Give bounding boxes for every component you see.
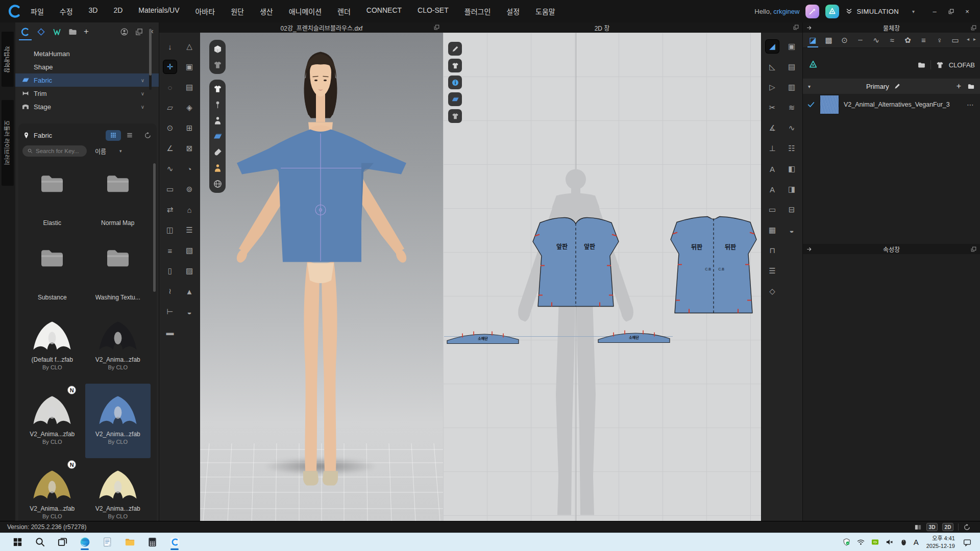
tool-sewing[interactable]: ∿ — [163, 162, 177, 176]
library-fabric-default[interactable]: (Default f...zfab By CLO — [19, 309, 85, 384]
tool-select-box[interactable]: ▱ — [163, 101, 177, 114]
show-base-2d-button[interactable] — [448, 109, 462, 123]
grid-view-button[interactable] — [106, 130, 121, 141]
volume-muted-icon[interactable] — [885, 538, 894, 546]
tab-trim[interactable]: ✿ — [900, 33, 916, 47]
tab-button[interactable]: ⊙ — [837, 33, 852, 47]
list-view-button[interactable] — [122, 130, 137, 141]
pattern-piece-front[interactable]: 앞판 앞판 — [533, 218, 619, 307]
tool-stack[interactable]: ☰ — [183, 223, 196, 237]
more-options-button[interactable]: ⋯ — [967, 101, 976, 109]
menu-render[interactable]: 렌더 — [337, 6, 351, 16]
taskbar-start-button[interactable] — [7, 534, 28, 550]
tool-board[interactable]: ⊞ — [183, 121, 196, 135]
simulation-toggle[interactable]: SIMULATION — [845, 8, 899, 15]
taskbar-edge-button[interactable] — [75, 534, 95, 550]
taskbar-search-button[interactable] — [30, 534, 50, 550]
tool-fold-arrangement[interactable]: ∠ — [163, 142, 177, 155]
wind-environment-button[interactable] — [211, 178, 224, 189]
collapse-chevron-icon[interactable]: ▾ — [808, 84, 811, 89]
tree-scrollbar[interactable] — [149, 29, 152, 76]
tool-sew-free[interactable]: ▣ — [785, 40, 798, 53]
tool-diamond[interactable]: ◇ — [766, 285, 779, 298]
username-link[interactable]: crkginew — [773, 8, 799, 15]
fabric-view-2d-button[interactable] — [448, 92, 462, 106]
connect-logo-icon[interactable] — [808, 60, 818, 70]
library-tab-clo[interactable] — [20, 27, 30, 37]
popout-window-icon[interactable] — [793, 24, 799, 31]
menu-plugin[interactable]: 플러그인 — [464, 6, 491, 16]
import-folder-icon[interactable] — [917, 61, 926, 69]
popout-window-icon[interactable] — [970, 24, 977, 31]
collapse-arrow-icon[interactable] — [806, 246, 813, 253]
library-tab-local-folder[interactable] — [68, 27, 78, 37]
new-folder-icon[interactable] — [967, 83, 975, 90]
clo-set-button[interactable] — [825, 5, 839, 18]
taskbar-clo-button[interactable] — [164, 534, 185, 550]
library-fabric-vegan-olive[interactable]: N V2_Anima...zfab By CLO — [19, 458, 85, 521]
tab-avatar[interactable]: ♀ — [932, 33, 947, 47]
menu-settings[interactable]: 설정 — [506, 6, 520, 16]
library-popout-button[interactable] — [135, 28, 143, 36]
pin-display-button[interactable] — [211, 99, 224, 110]
menu-file[interactable]: 파일 — [31, 6, 44, 16]
tool-cylinder[interactable]: ▯ — [163, 264, 177, 278]
taskbar-clock[interactable]: 오후 4:41 2025-12-19 — [926, 535, 955, 549]
tree-item-trim[interactable]: Trim ∨ — [15, 87, 159, 100]
tab-tape[interactable]: ▭ — [947, 33, 963, 47]
wifi-icon[interactable] — [856, 538, 865, 546]
rail-tab-modular-library[interactable]: 모듈러 라이브러리 — [2, 100, 14, 186]
tool-grain[interactable]: ◫ — [163, 223, 177, 237]
pattern-info-button[interactable] — [448, 76, 462, 89]
library-tab-w[interactable] — [52, 27, 62, 37]
chevron-down-icon[interactable]: ∨ — [141, 78, 144, 83]
tool-sew-segment[interactable]: ▤ — [785, 60, 798, 73]
split-view-icon[interactable] — [914, 523, 922, 531]
tool-measure[interactable]: ▭ — [163, 183, 177, 196]
search-input[interactable] — [36, 148, 82, 154]
tool-edit-pattern[interactable]: ◺ — [766, 60, 779, 73]
pattern-piece-cuff-left[interactable]: 소매단 — [447, 332, 519, 344]
show-avatar-button[interactable] — [211, 115, 224, 126]
tool-hatch-a[interactable]: ▧ — [183, 244, 196, 257]
minimize-button[interactable]: – — [927, 4, 942, 18]
clofab-label[interactable]: CLOFAB — [949, 61, 975, 69]
menu-production[interactable]: 생산 — [260, 6, 273, 16]
restore-button[interactable] — [943, 4, 959, 18]
tool-minus-box[interactable]: ⊟ — [785, 203, 798, 216]
chevron-down-icon[interactable]: ∨ — [141, 91, 144, 96]
show-3d-button[interactable]: 3D — [926, 523, 938, 531]
tab-puckering[interactable]: ≈ — [884, 33, 900, 47]
tool-select-move[interactable]: ✛ — [163, 60, 177, 73]
notification-center-icon[interactable] — [963, 538, 972, 547]
menu-help[interactable]: 도움말 — [535, 6, 555, 16]
garment-3d[interactable] — [237, 126, 406, 262]
ime-language-indicator[interactable]: A — [914, 538, 919, 546]
tool-transform-pattern[interactable]: ◢ — [766, 40, 779, 53]
library-fabric-vegan-black[interactable]: V2_Anima...zfab By CLO — [85, 309, 151, 384]
tool-home[interactable]: ⌂ — [183, 203, 196, 216]
tool-perpendicular[interactable]: ⊥ — [766, 142, 779, 155]
tool-dart-left[interactable]: ◧ — [785, 162, 798, 176]
tab-fabric[interactable]: ◪ — [805, 33, 821, 47]
tool-garment-fit[interactable]: ▣ — [183, 60, 196, 73]
rail-tab-work-history[interactable]: 작업내역창 — [2, 32, 14, 87]
edit-pencil-icon[interactable] — [894, 83, 901, 90]
grid-scrollbar[interactable] — [153, 163, 156, 292]
tool-sew-mn[interactable]: ▥ — [785, 81, 798, 94]
tool-cut[interactable]: ✂ — [766, 101, 779, 114]
tabs-scroll-left-icon[interactable]: ◂ — [967, 36, 969, 42]
tool-avatar-pose[interactable]: △ — [183, 40, 196, 53]
tool-rows[interactable]: ☰ — [766, 264, 779, 278]
show-garment-2d-button[interactable] — [448, 59, 462, 72]
tool-target[interactable]: ⊚ — [183, 183, 196, 196]
menu-connect[interactable]: CONNECT — [366, 6, 402, 16]
tool-dart-right[interactable]: ◨ — [785, 183, 798, 196]
menu-3d[interactable]: 3D — [89, 6, 98, 16]
show-garment-button[interactable] — [211, 83, 224, 94]
tool-select-lasso[interactable]: ◌ — [163, 81, 177, 94]
tool-add-point[interactable]: ▷ — [766, 81, 779, 94]
brush-2d-button[interactable] — [448, 42, 462, 56]
library-fabric-vegan-grey[interactable]: N V2_Anima...zfab By CLO — [19, 384, 85, 458]
tool-hatch-b[interactable]: ▨ — [183, 264, 196, 278]
